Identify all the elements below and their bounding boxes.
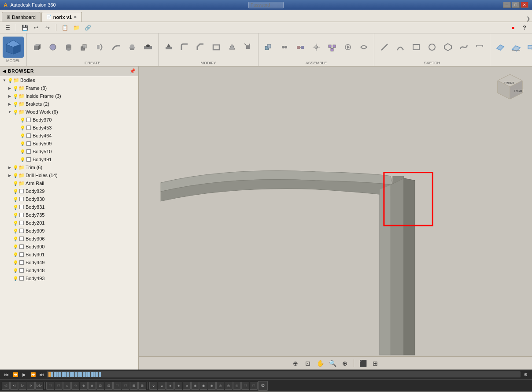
timeline-next-icon[interactable]: ⏩ bbox=[29, 370, 37, 378]
timeline-play-icon[interactable]: ▶ bbox=[20, 370, 28, 378]
assemble-rigid-group-icon[interactable] bbox=[325, 40, 340, 55]
tree-toggle-wood-work[interactable]: ▼ bbox=[7, 109, 12, 115]
tree-item-body830[interactable]: 💡 Body830 bbox=[0, 195, 138, 203]
sketch-line-icon[interactable] bbox=[377, 40, 392, 55]
tree-eye-drill-holes[interactable]: 💡 bbox=[12, 172, 18, 178]
viewcube[interactable]: FRONT RIGHT bbox=[492, 71, 528, 106]
status-icon-7[interactable]: ⬚ bbox=[55, 382, 63, 390]
tree-eye-trim[interactable]: 💡 bbox=[12, 164, 18, 170]
status-icon-16[interactable]: ⊞ bbox=[130, 382, 138, 390]
fit-view-icon[interactable]: ⊡ bbox=[303, 358, 313, 369]
status-icon-9[interactable]: ◇ bbox=[71, 382, 79, 390]
tree-eye-brakets[interactable]: 💡 bbox=[12, 101, 18, 107]
maximize-button[interactable]: □ bbox=[512, 2, 520, 8]
status-icon-10[interactable]: ⊕ bbox=[80, 382, 88, 390]
tree-eye-body831[interactable]: 💡 bbox=[12, 204, 18, 210]
tree-eye-body309[interactable]: 💡 bbox=[12, 228, 18, 234]
tree-eye-body830[interactable]: 💡 bbox=[12, 196, 18, 202]
status-settings-icon[interactable]: ⚙ bbox=[258, 381, 268, 391]
tab-norix[interactable]: 📄 norix v1 ✕ bbox=[41, 12, 82, 22]
status-icon-29[interactable]: ⬚ bbox=[241, 382, 249, 390]
tree-eye-body464[interactable]: 💡 bbox=[19, 133, 26, 139]
tree-item-body509[interactable]: 💡 Body509 bbox=[0, 140, 138, 148]
tree-eye-body301[interactable]: 💡 bbox=[12, 251, 18, 258]
tree-item-body448[interactable]: 💡 Body448 bbox=[0, 266, 138, 274]
tree-eye-body201[interactable]: 💡 bbox=[12, 220, 18, 226]
tree-eye-body370[interactable]: 💡 bbox=[19, 117, 26, 123]
create-sweep-icon[interactable] bbox=[109, 40, 124, 55]
create-extrude-icon[interactable] bbox=[77, 40, 92, 55]
status-icon-22[interactable]: ◈ bbox=[183, 382, 191, 390]
assemble-drive-joints-icon[interactable] bbox=[340, 40, 355, 55]
tree-eye-body509[interactable]: 💡 bbox=[19, 141, 26, 147]
status-icon-24[interactable]: ◉ bbox=[200, 382, 207, 390]
tree-eye-body300[interactable]: 💡 bbox=[12, 244, 18, 250]
status-icon-18[interactable]: ⬙ bbox=[149, 382, 157, 390]
status-icon-3[interactable]: ▷ bbox=[18, 382, 26, 390]
tree-item-body201[interactable]: 💡 Body201 bbox=[0, 219, 138, 227]
viewport[interactable]: FRONT RIGHT ⊕ ⊡ ✋ 🔍 ⊕ ⬛ ⊞ bbox=[139, 67, 532, 370]
tree-toggle-bodies[interactable]: ▼ bbox=[2, 78, 7, 83]
browser-pin-icon[interactable]: 📌 bbox=[129, 68, 136, 74]
status-icon-4[interactable]: ⊳ bbox=[27, 382, 35, 390]
sketch-arc-icon[interactable] bbox=[393, 40, 408, 55]
sketch-dimension-icon[interactable] bbox=[472, 40, 487, 55]
close-button[interactable]: ✕ bbox=[521, 2, 528, 8]
tree-toggle-inside-frame[interactable]: ▶ bbox=[7, 93, 12, 99]
zoom-window-icon[interactable]: 🔍 bbox=[327, 358, 338, 369]
tree-eye-frame[interactable]: 💡 bbox=[12, 85, 18, 91]
modify-press-pull-icon[interactable] bbox=[161, 40, 176, 55]
tree-toggle-drill-holes[interactable]: ▶ bbox=[7, 173, 12, 178]
modify-fillet-icon[interactable] bbox=[177, 40, 192, 55]
status-icon-8[interactable]: ◇ bbox=[63, 382, 71, 390]
tree-item-trim[interactable]: ▶ 💡 📁 Trim (6) bbox=[0, 163, 138, 171]
status-icon-12[interactable]: ⊡ bbox=[96, 382, 104, 390]
tree-item-body493[interactable]: 💡 Body493 bbox=[0, 274, 138, 282]
status-icon-28[interactable]: ◎ bbox=[233, 382, 241, 390]
construct-offset-plane-icon[interactable] bbox=[493, 40, 508, 55]
navigate-icon[interactable]: ⊕ bbox=[290, 358, 301, 369]
grid-settings-icon[interactable]: ⊞ bbox=[370, 358, 381, 369]
tree-eye-body493[interactable]: 💡 bbox=[12, 275, 18, 281]
timeline-prev-icon[interactable]: ⏪ bbox=[11, 370, 19, 378]
hamburger-menu-icon[interactable]: ☰ bbox=[4, 24, 11, 32]
tree-item-brakets[interactable]: ▶ 💡 📁 Brakets (2) bbox=[0, 100, 138, 108]
undo-icon[interactable]: ↩ bbox=[32, 24, 40, 32]
tree-eye-body449[interactable]: 💡 bbox=[12, 259, 18, 266]
timeline-track[interactable] bbox=[47, 371, 521, 377]
status-icon-25[interactable]: ◉ bbox=[208, 382, 216, 390]
status-icon-14[interactable]: ⬚ bbox=[113, 382, 121, 390]
sketch-rectangle-icon[interactable] bbox=[409, 40, 424, 55]
minimize-button[interactable]: ─ bbox=[503, 2, 511, 8]
tree-eye-body510[interactable]: 💡 bbox=[19, 148, 26, 155]
construct-midplane-icon[interactable] bbox=[525, 40, 532, 55]
status-icon-23[interactable]: ◉ bbox=[191, 382, 199, 390]
status-icon-15[interactable]: ⬚ bbox=[122, 382, 129, 390]
assemble-joint-origin-icon[interactable] bbox=[309, 40, 324, 55]
create-box-icon[interactable] bbox=[30, 40, 44, 55]
share-icon[interactable]: 🔗 bbox=[84, 24, 92, 32]
status-icon-2[interactable]: ⊲ bbox=[10, 382, 18, 390]
status-icon-21[interactable]: ◈ bbox=[174, 382, 182, 390]
tree-eye-body306[interactable]: 💡 bbox=[12, 236, 18, 242]
tree-item-bodies[interactable]: ▼ 💡 📁 Bodies bbox=[0, 76, 138, 84]
tree-toggle-frame[interactable]: ▶ bbox=[7, 85, 12, 91]
tree-item-body370[interactable]: ▶ 💡 Body370 bbox=[0, 116, 138, 124]
tree-item-body735[interactable]: 💡 Body735 bbox=[0, 211, 138, 219]
model-button[interactable] bbox=[3, 37, 24, 58]
status-icon-5[interactable]: ▷▷ bbox=[35, 382, 43, 390]
tree-item-body829[interactable]: 💡 Body829 bbox=[0, 187, 138, 195]
tree-eye-body829[interactable]: 💡 bbox=[12, 188, 18, 194]
pan-icon[interactable]: ✋ bbox=[315, 358, 325, 369]
assemble-as-built-icon[interactable] bbox=[293, 40, 308, 55]
sketch-polygon-icon[interactable] bbox=[440, 40, 455, 55]
status-icon-17[interactable]: ⊞ bbox=[138, 382, 146, 390]
tree-item-body300[interactable]: 💡 Body300 bbox=[0, 243, 138, 251]
tree-item-body464[interactable]: 💡 Body464 bbox=[0, 132, 138, 140]
status-icon-13[interactable]: ⊡ bbox=[105, 382, 113, 390]
status-icon-30[interactable]: ⬚ bbox=[250, 382, 258, 390]
tree-item-body510[interactable]: 💡 Body510 bbox=[0, 148, 138, 155]
tab-norix-close[interactable]: ✕ bbox=[74, 15, 77, 19]
tree-eye-body491[interactable]: 💡 bbox=[19, 156, 26, 163]
timeline-beginning-icon[interactable]: ⏮ bbox=[3, 370, 11, 378]
